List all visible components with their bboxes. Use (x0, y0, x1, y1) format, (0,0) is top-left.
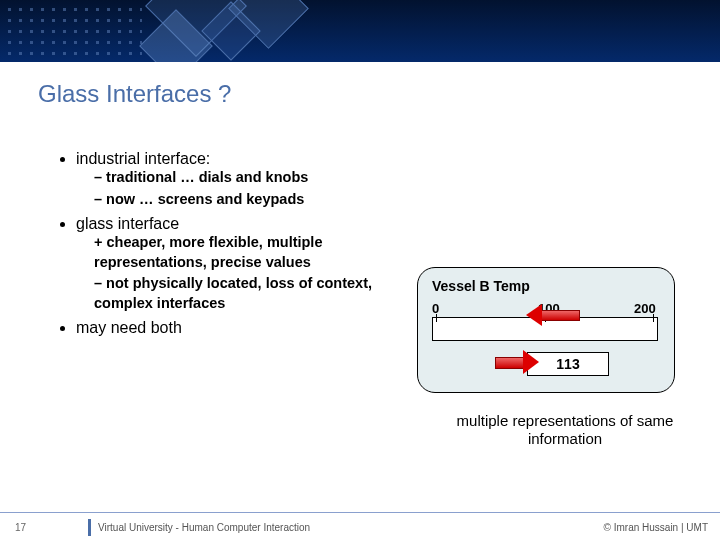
diagram-caption: multiple representations of same informa… (450, 412, 680, 448)
bullet-both: may need both (76, 319, 388, 337)
tick-mark (436, 314, 437, 322)
decorative-dots (0, 0, 142, 62)
bullet-text: industrial interface: (76, 150, 210, 167)
bullet-text: glass interface (76, 215, 179, 232)
sub-bullet: not physically located, loss of context,… (94, 274, 388, 313)
footer-bar (88, 519, 91, 536)
arrow-icon (526, 304, 578, 324)
sub-bullet-plus: cheaper, more flexible, multiple represe… (94, 233, 388, 272)
content-area: industrial interface: traditional … dial… (58, 150, 388, 343)
footer-course: Virtual University - Human Computer Inte… (98, 522, 310, 533)
slide-title: Glass Interfaces ? (38, 80, 231, 108)
diagram-title: Vessel B Temp (432, 278, 530, 294)
bullet-glass: glass interface cheaper, more flexible, … (76, 215, 388, 313)
footer-divider (0, 512, 720, 513)
arrow-icon (495, 350, 539, 374)
footer-copyright: © Imran Hussain | UMT (604, 522, 708, 533)
sub-bullet: traditional … dials and knobs (94, 168, 388, 188)
slide-header (0, 0, 720, 62)
tick-mark (653, 314, 654, 322)
bullet-industrial: industrial interface: traditional … dial… (76, 150, 388, 209)
value-readout: 113 (527, 352, 609, 376)
slide-footer: 17 Virtual University - Human Computer I… (0, 510, 720, 540)
sub-bullet: now … screens and keypads (94, 190, 388, 210)
page-number: 17 (15, 522, 26, 533)
